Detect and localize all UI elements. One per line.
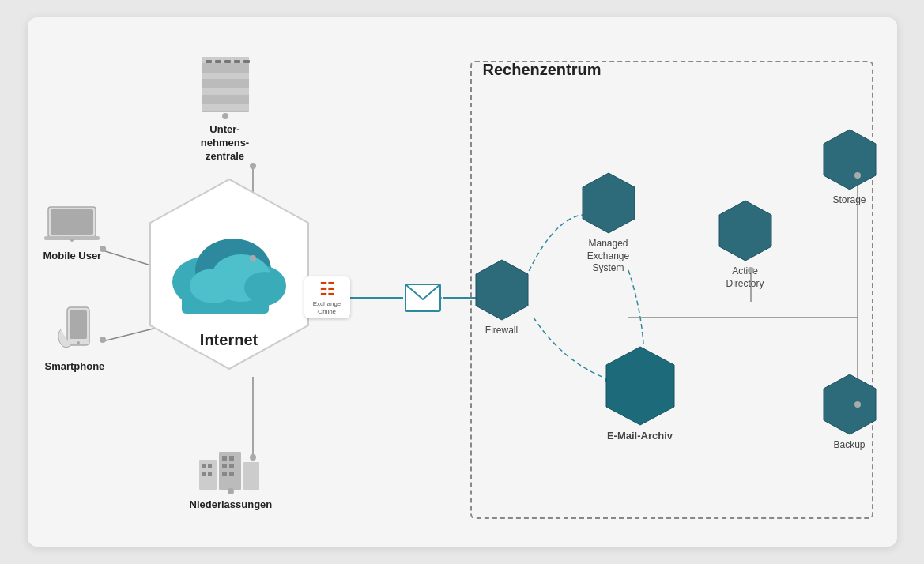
- svg-rect-48: [229, 456, 234, 461]
- firewall-container: Firewall: [474, 258, 530, 337]
- backup-label: Backup: [833, 439, 865, 452]
- exchange-label: Exchange Online: [309, 300, 345, 315]
- mobile-user-icon: [44, 203, 100, 246]
- managed-exchange-container: ManagedExchangeSystem: [581, 171, 636, 275]
- svg-rect-28: [215, 60, 221, 63]
- smartphone-icon: [53, 306, 96, 357]
- svg-rect-50: [229, 464, 234, 468]
- svg-rect-45: [202, 472, 206, 476]
- unternehmens-zentrale-icon: [194, 41, 257, 120]
- firewall-label: Firewall: [485, 325, 518, 337]
- svg-rect-21: [202, 65, 249, 71]
- rechenzentrum-title: Rechenzentrum: [483, 61, 602, 79]
- active-directory-hex: [718, 199, 773, 262]
- backup-container: Backup: [822, 373, 877, 452]
- svg-rect-31: [243, 60, 250, 63]
- managed-exchange-label: ManagedExchangeSystem: [587, 238, 629, 275]
- niederlassungen-icon: [195, 440, 266, 495]
- svg-rect-30: [234, 60, 240, 63]
- svg-rect-47: [222, 456, 227, 461]
- svg-rect-29: [224, 60, 231, 63]
- main-card: Rechenzentrum Internet: [28, 17, 897, 547]
- svg-marker-71: [606, 347, 674, 425]
- smartphone-label: Smartphone: [45, 360, 105, 374]
- firewall-hex: [474, 258, 530, 321]
- svg-point-18: [244, 272, 285, 303]
- svg-rect-46: [208, 472, 212, 476]
- svg-rect-34: [51, 209, 93, 235]
- managed-exchange-hex: [581, 171, 636, 235]
- svg-marker-63: [583, 173, 635, 233]
- svg-rect-42: [243, 462, 259, 490]
- active-directory-container: ActiveDirectory: [718, 199, 773, 290]
- niederlassungen-label: Niederlassungen: [190, 498, 273, 512]
- svg-rect-44: [208, 464, 212, 468]
- svg-point-91: [250, 163, 256, 169]
- svg-rect-51: [222, 472, 227, 476]
- svg-rect-26: [202, 104, 249, 111]
- internet-hex: Internet: [142, 175, 316, 373]
- svg-marker-86: [824, 374, 876, 434]
- niederlassungen-node: Niederlassungen: [190, 440, 273, 512]
- storage-container: Storage: [822, 128, 877, 207]
- svg-rect-49: [222, 464, 227, 468]
- svg-rect-25: [202, 96, 249, 103]
- exchange-icon: ☷: [319, 280, 335, 300]
- mobile-user-node: Mobile User: [43, 203, 102, 263]
- svg-point-53: [228, 488, 234, 494]
- svg-rect-23: [202, 81, 249, 87]
- svg-point-39: [77, 341, 80, 344]
- svg-rect-27: [206, 60, 212, 63]
- svg-point-32: [222, 113, 228, 119]
- active-directory-label: ActiveDirectory: [726, 265, 764, 290]
- mobile-user-label: Mobile User: [43, 250, 102, 263]
- internet-label: Internet: [200, 331, 258, 349]
- storage-hex: [822, 128, 877, 191]
- svg-point-36: [70, 239, 74, 242]
- svg-rect-43: [202, 464, 206, 468]
- smartphone-node: Smartphone: [45, 306, 105, 374]
- email-archiv-label: E-Mail-Archiv: [607, 430, 673, 443]
- email-envelope-icon: [405, 284, 441, 312]
- email-archiv-container: E-Mail-Archiv: [605, 345, 676, 443]
- svg-marker-74: [824, 130, 876, 190]
- exchange-online-badge: ☷ Exchange Online: [304, 276, 350, 318]
- rechenzentrum-box: Rechenzentrum: [470, 61, 873, 519]
- svg-rect-24: [202, 88, 249, 95]
- email-envelope-node: [403, 282, 443, 314]
- svg-marker-68: [719, 201, 771, 261]
- svg-rect-52: [229, 472, 234, 476]
- email-archiv-hex: [605, 345, 676, 427]
- unternehmens-zentrale-node: Unter-nehmens-zentrale: [194, 41, 257, 164]
- svg-rect-38: [70, 310, 87, 339]
- storage-label: Storage: [832, 194, 866, 207]
- svg-marker-55: [476, 260, 528, 320]
- backup-hex: [822, 373, 877, 436]
- unternehmens-zentrale-label: Unter-nehmens-zentrale: [201, 123, 249, 164]
- svg-rect-22: [202, 73, 249, 79]
